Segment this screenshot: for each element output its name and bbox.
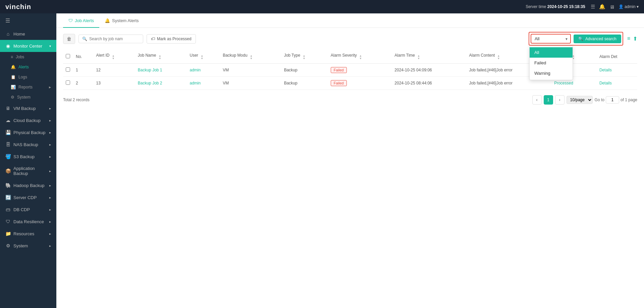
user-link[interactable]: admin: [190, 81, 201, 85]
sidebar-item-label: Physical Backup: [13, 130, 45, 135]
page-size: 10/page 20/page 50/page: [567, 96, 593, 104]
of-label: of 1 page: [621, 98, 637, 102]
logs-icon: 📋: [11, 75, 16, 79]
nav-icon-bell[interactable]: 🔔: [599, 4, 605, 10]
dropdown-item-failed[interactable]: Failed: [530, 58, 573, 68]
mark-processed-button[interactable]: 🏷 Mark as Processed: [147, 34, 196, 44]
sidebar-item-label: S3 Backup: [13, 154, 35, 159]
cell-alarm-severity: Failed: [328, 77, 392, 90]
sidebar-item-label: Logs: [18, 75, 27, 79]
tab-system-alerts[interactable]: 🔔 System Alerts: [99, 13, 144, 28]
nav-icon-doc[interactable]: ☰: [591, 4, 595, 10]
search-icon: 🔍: [578, 37, 583, 41]
sidebar-item-label: Application Backup: [13, 166, 47, 176]
sidebar-item-server-cdp[interactable]: 🔄 Server CDP ▸: [0, 191, 56, 203]
sidebar-item-logs[interactable]: 📋 Logs: [0, 72, 56, 82]
tab-label: System Alerts: [112, 18, 139, 23]
severity-select[interactable]: All Failed Warning: [531, 34, 571, 44]
row-checkbox[interactable]: [66, 80, 70, 85]
col-alarm-time: Alarm Time ▲▼: [392, 50, 466, 64]
sidebar-item-app-backup[interactable]: 📦 Application Backup ▸: [0, 163, 56, 179]
chevron-icon: ▾: [49, 44, 51, 48]
severity-badge: Failed: [331, 80, 347, 86]
tab-job-alerts[interactable]: 🛡 Job Alerts: [63, 13, 99, 28]
top-nav-right: Server time 2024-10-25 15:18:35 ☰ 🔔 🖥 👤 …: [526, 4, 639, 10]
cell-alarm-detail: Details: [597, 64, 637, 77]
cell-user: admin: [187, 64, 220, 77]
details-link[interactable]: Details: [599, 68, 612, 72]
sidebar-item-jobs[interactable]: ≡ Jobs: [0, 52, 56, 62]
sidebar-item-resources[interactable]: 📁 Resources ▸: [0, 228, 56, 240]
dropdown-item-all[interactable]: All: [530, 47, 573, 58]
select-all-checkbox[interactable]: [66, 54, 70, 58]
sidebar-item-monitor[interactable]: ◉ Monitor Center ▾: [0, 40, 56, 52]
user-link[interactable]: admin: [190, 68, 201, 72]
cell-backup-module: VM: [220, 64, 281, 77]
tag-icon: 🏷: [151, 37, 155, 41]
col-no: No.: [73, 50, 93, 64]
chevron-icon: ▸: [49, 244, 51, 248]
app-icon: 📦: [5, 168, 11, 174]
sidebar-item-label: Jobs: [16, 55, 24, 59]
reports-icon: 📊: [11, 85, 16, 89]
cell-alarm-time: 2024-10-25 04:09:06: [392, 64, 466, 77]
chevron-icon: ▸: [49, 155, 51, 159]
sidebar-item-vm-backup[interactable]: 🖥 VM Backup ▸: [0, 102, 56, 114]
system-alerts-icon: 🔔: [105, 18, 110, 23]
next-page-button[interactable]: ›: [555, 95, 565, 105]
cell-user: admin: [187, 77, 220, 90]
nav-icons: ☰ 🔔 🖥 👤 admin ▾: [591, 4, 639, 10]
jobs-icon: ≡: [11, 55, 13, 59]
job-name-link[interactable]: Backup Job 1: [138, 68, 162, 72]
sidebar-item-home[interactable]: ⌂ Home: [0, 28, 56, 40]
server-cdp-icon: 🔄: [5, 195, 11, 200]
row-checkbox[interactable]: [66, 67, 70, 72]
details-link[interactable]: Details: [599, 81, 612, 85]
top-nav: vinchin Server time 2024-10-25 15:18:35 …: [0, 0, 644, 13]
goto-input[interactable]: [606, 96, 619, 104]
chevron-icon: ▸: [49, 169, 51, 173]
chevron-icon: ▸: [49, 143, 51, 146]
user-menu[interactable]: 👤 admin ▾: [619, 4, 639, 9]
page-size-select[interactable]: 10/page 20/page 50/page: [567, 96, 593, 104]
sidebar-item-hadoop-backup[interactable]: 🐘 Hadoop Backup ▸: [0, 179, 56, 191]
sidebar-item-system[interactable]: ⚙ System ▸: [0, 240, 56, 252]
toolbar: 🗑 🔍 🏷 Mark as Processed All Failed Warn: [56, 28, 644, 50]
prev-page-button[interactable]: ‹: [532, 95, 542, 105]
list-view-icon[interactable]: ≡: [627, 36, 630, 42]
sidebar-item-label: System: [17, 95, 31, 100]
sidebar-item-reports[interactable]: 📊 Reports ▸: [0, 82, 56, 92]
sidebar-hamburger[interactable]: ☰: [0, 13, 56, 28]
sidebar-item-alerts[interactable]: 🔔 Alerts: [0, 62, 56, 72]
sidebar-item-physical-backup[interactable]: 💾 Physical Backup ▸: [0, 126, 56, 138]
col-alarm-detail: Alarm Det: [597, 50, 637, 64]
sidebar-item-label: Cloud Backup: [13, 118, 41, 123]
nav-icon-monitor[interactable]: 🖥: [609, 4, 614, 10]
col-user: User ▲▼: [187, 50, 220, 64]
chevron-icon: ▸: [49, 119, 51, 122]
sidebar-item-label: Reports: [18, 85, 33, 89]
vm-icon: 🖥: [5, 106, 11, 111]
search-input[interactable]: [89, 37, 140, 41]
col-backup-module: Backup Modu ▲▼: [220, 50, 281, 64]
advanced-search-button[interactable]: 🔍 Advanced search: [574, 35, 621, 43]
server-time: Server time 2024-10-25 15:18:35: [526, 4, 585, 9]
cloud-icon: ☁: [5, 118, 11, 123]
export-icon[interactable]: ⬆: [633, 36, 637, 42]
total-records: Total 2 records: [63, 98, 90, 102]
cell-job-type: Backup: [281, 77, 328, 90]
sidebar-item-label: Server CDP: [13, 195, 37, 200]
job-alerts-icon: 🛡: [68, 18, 73, 23]
sidebar-item-data-resilience[interactable]: 🛡 Data Resilience ▸: [0, 215, 56, 228]
dropdown-item-warning[interactable]: Warning: [530, 68, 573, 78]
sidebar-item-db-cdp[interactable]: 🗃 DB CDP ▸: [0, 203, 56, 215]
sidebar-item-system-sub[interactable]: ⚙ System: [0, 92, 56, 102]
sidebar-item-cloud-backup[interactable]: ☁ Cloud Backup ▸: [0, 114, 56, 126]
sidebar-item-s3-backup[interactable]: 🪣 S3 Backup ▸: [0, 150, 56, 163]
page-1-button[interactable]: 1: [544, 95, 553, 105]
sidebar-item-nas-backup[interactable]: 🗄 NAS Backup ▸: [0, 138, 56, 150]
sidebar-item-label: Alerts: [18, 65, 29, 69]
job-name-link[interactable]: Backup Job 2: [138, 81, 162, 85]
delete-button[interactable]: 🗑: [63, 34, 75, 44]
cell-alert-id: 12: [93, 64, 135, 77]
